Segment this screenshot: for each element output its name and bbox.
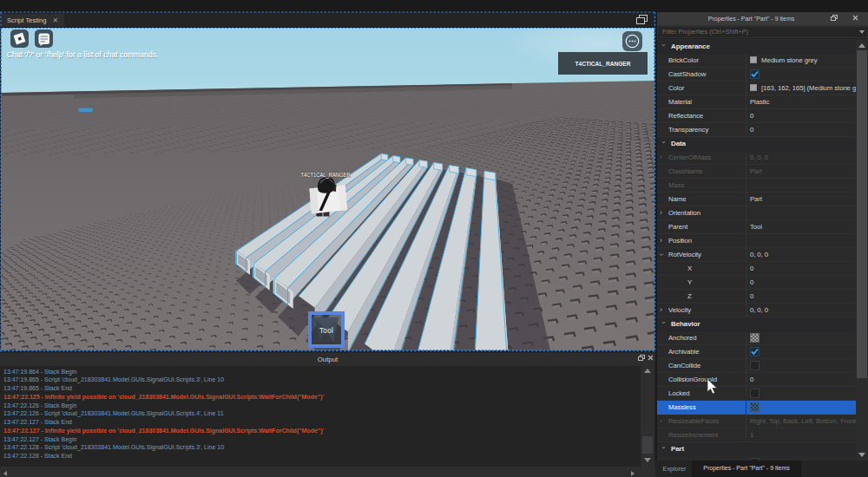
svg-text:Tool: Tool [319, 327, 333, 335]
svg-text:T4CT1CAL_RANGER: T4CT1CAL_RANGER [301, 171, 351, 179]
svg-text:Chat '/?' or '/help' for a lis: Chat '/?' or '/help' for a list of chat … [7, 51, 158, 59]
svg-text:T4CTICAL_RANGER: T4CTICAL_RANGER [575, 60, 632, 68]
